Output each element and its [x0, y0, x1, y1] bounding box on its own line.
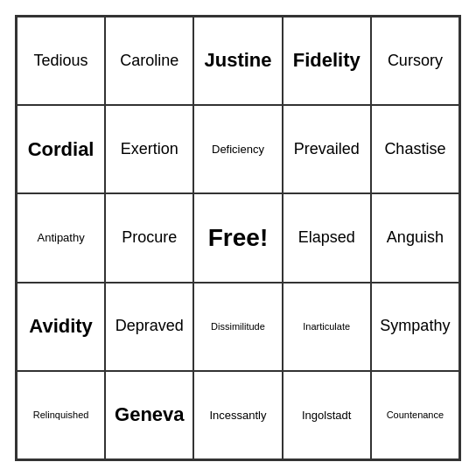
bingo-cell-21: Geneva	[105, 371, 193, 459]
bingo-cell-1: Caroline	[105, 17, 193, 105]
cell-text: Elapsed	[298, 228, 355, 248]
cell-text: Incessantly	[209, 409, 266, 423]
cell-text: Avidity	[29, 315, 93, 338]
bingo-cell-7: Deficiency	[193, 105, 282, 193]
bingo-cell-18: Inarticulate	[283, 283, 371, 371]
bingo-cell-13: Elapsed	[283, 193, 371, 282]
cell-text: Depraved	[116, 317, 184, 336]
bingo-cell-4: Cursory	[371, 17, 459, 105]
bingo-cell-17: Dissimilitude	[193, 283, 282, 371]
cell-text: Anguish	[387, 228, 444, 248]
cell-text: Procure	[122, 228, 177, 248]
bingo-card: TediousCarolineJustineFidelityCursoryCor…	[15, 15, 461, 461]
bingo-cell-16: Depraved	[105, 283, 193, 371]
cell-text: Geneva	[115, 403, 185, 426]
bingo-cell-3: Fidelity	[283, 17, 371, 105]
bingo-cell-9: Chastise	[371, 105, 459, 193]
cell-text: Cordial	[28, 138, 94, 161]
bingo-cell-12: Free!	[193, 193, 282, 282]
bingo-cell-6: Exertion	[105, 105, 193, 193]
bingo-cell-2: Justine	[193, 17, 282, 105]
bingo-cell-20: Relinquished	[17, 371, 105, 459]
cell-text: Exertion	[121, 140, 178, 159]
cell-text: Prevailed	[294, 140, 360, 159]
cell-text: Sympathy	[380, 317, 450, 336]
cell-text: Caroline	[120, 52, 178, 71]
bingo-cell-19: Sympathy	[371, 283, 459, 371]
bingo-cell-8: Prevailed	[283, 105, 371, 193]
bingo-cell-22: Incessantly	[193, 371, 282, 459]
cell-text: Countenance	[387, 410, 444, 421]
cell-text: Antipathy	[37, 231, 84, 245]
cell-text: Ingolstadt	[302, 409, 351, 423]
cell-text: Inarticulate	[303, 321, 350, 332]
cell-text: Cursory	[388, 52, 443, 71]
cell-text: Tedious	[34, 52, 88, 71]
cell-text: Deficiency	[212, 143, 264, 157]
cell-text: Dissimilitude	[211, 321, 265, 332]
bingo-cell-23: Ingolstadt	[283, 371, 371, 459]
cell-text: Justine	[204, 49, 271, 72]
cell-text: Fidelity	[293, 49, 360, 72]
bingo-cell-15: Avidity	[17, 283, 105, 371]
cell-text: Free!	[208, 223, 268, 253]
cell-text: Relinquished	[33, 410, 89, 421]
bingo-cell-0: Tedious	[17, 17, 105, 105]
bingo-cell-10: Antipathy	[17, 193, 105, 282]
bingo-cell-14: Anguish	[371, 193, 459, 282]
bingo-cell-24: Countenance	[371, 371, 459, 459]
bingo-cell-5: Cordial	[17, 105, 105, 193]
cell-text: Chastise	[384, 140, 445, 159]
bingo-cell-11: Procure	[105, 193, 193, 282]
